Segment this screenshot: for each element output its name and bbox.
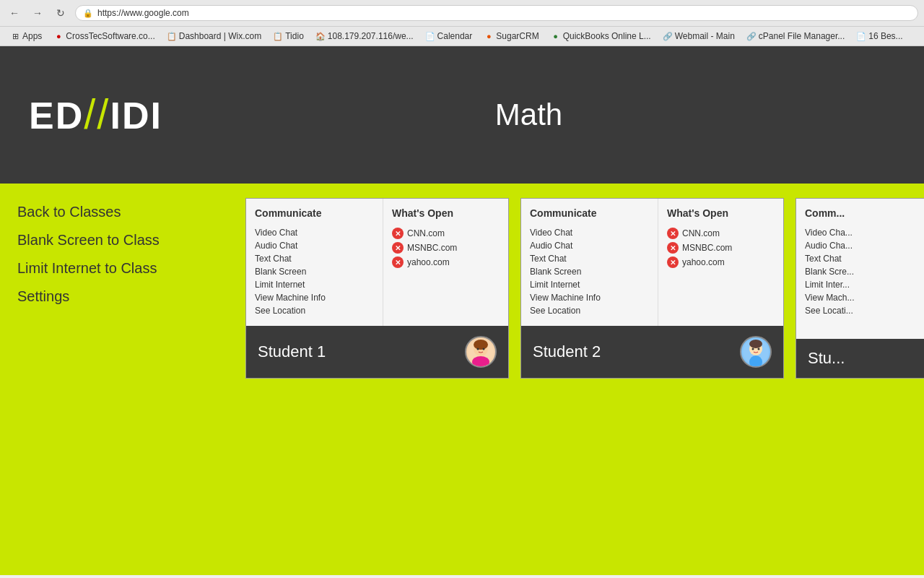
student-3-video-chat[interactable]: Video Cha... (805, 226, 924, 239)
student-1-whats-open: What's Open ✕ CNN.com ✕ MSNBC.com ✕ (383, 199, 508, 326)
svg-point-8 (749, 340, 762, 348)
student-2-audio-chat[interactable]: Audio Chat (530, 239, 649, 252)
student-2-see-location[interactable]: See Location (530, 304, 649, 317)
bookmark-sugarcrm[interactable]: ● SugarCRM (479, 30, 543, 43)
bookmark-wix[interactable]: 📋 Dashboard | Wix.com (162, 30, 266, 43)
logo: ED//IDI (29, 93, 162, 137)
student-1-site-3-name: yahoo.com (407, 257, 450, 267)
student-2-communicate: Communicate Video Chat Audio Chat Text C… (521, 199, 658, 326)
student-3-name: Stu... (808, 349, 845, 368)
bookmark-cpanel[interactable]: 🔗 cPanel File Manager... (742, 30, 849, 43)
bookmark-calendar-label: Calendar (437, 31, 473, 41)
student-3-communicate-title: Comm... (805, 207, 924, 219)
blocked-icon-3: ✕ (392, 256, 404, 268)
student-3-communicate: Comm... Video Cha... Audio Cha... Text C… (796, 199, 924, 339)
student-2-body: Communicate Video Chat Audio Chat Text C… (521, 199, 783, 326)
student-1-communicate: Communicate Video Chat Audio Chat Text C… (246, 199, 383, 326)
students-grid: Communicate Video Chat Audio Chat Text C… (245, 198, 910, 379)
bookmark-ip[interactable]: 🏠 108.179.207.116/we... (311, 30, 418, 43)
quickbooks-icon: ● (551, 31, 561, 41)
student-2-avatar (740, 336, 772, 368)
logo-text: ED//IDI (29, 93, 162, 137)
blocked-icon-s2-1: ✕ (667, 228, 679, 239)
reload-button[interactable]: ↻ (52, 4, 69, 22)
svg-point-3 (474, 340, 488, 350)
bookmark-crosstec[interactable]: ● CrossTecSoftware.co... (49, 30, 159, 43)
student-2-whats-open-title: What's Open (667, 207, 775, 219)
student-card-1: Communicate Video Chat Audio Chat Text C… (245, 198, 509, 379)
student-3-audio-chat[interactable]: Audio Cha... (805, 239, 924, 252)
svg-point-9 (752, 348, 754, 350)
student-2-text-chat[interactable]: Text Chat (530, 252, 649, 265)
student-1-site-1: ✕ CNN.com (392, 226, 500, 241)
sidebar-item-back[interactable]: Back to Classes (14, 198, 217, 226)
student-1-avatar (465, 336, 497, 368)
student-1-site-2-name: MSNBC.com (407, 243, 457, 253)
apps-icon: ⊞ (10, 31, 20, 41)
svg-point-5 (483, 348, 485, 350)
student-1-see-location[interactable]: See Location (255, 304, 374, 317)
bookmark-apps[interactable]: ⊞ Apps (6, 30, 46, 43)
cpanel-icon: 🔗 (746, 31, 757, 41)
student-3-blank-screen[interactable]: Blank Scre... (805, 265, 924, 278)
bookmark-16best-label: 16 Bes... (868, 31, 902, 41)
student-1-whats-open-title: What's Open (392, 207, 500, 219)
crosstec-icon: ● (53, 31, 64, 41)
back-button[interactable]: ← (6, 4, 23, 22)
16best-icon: 📄 (856, 31, 866, 41)
student-3-see-location[interactable]: See Locati... (805, 304, 924, 317)
student-1-blank-screen[interactable]: Blank Screen (255, 265, 374, 278)
student-3-view-machine[interactable]: View Mach... (805, 291, 924, 304)
student-2-blank-screen[interactable]: Blank Screen (530, 265, 649, 278)
bookmark-crosstec-label: CrossTecSoftware.co... (66, 31, 154, 41)
student-1-view-machine[interactable]: View Machine Info (255, 291, 374, 304)
url-text: https://www.google.com (97, 8, 189, 18)
header: ED//IDI Math (0, 46, 924, 184)
svg-point-4 (477, 348, 479, 350)
student-3-text-chat[interactable]: Text Chat (805, 252, 924, 265)
main-content: Communicate Video Chat Audio Chat Text C… (231, 184, 924, 575)
student-1-site-3: ✕ yahoo.com (392, 255, 500, 269)
browser-chrome: ← → ↻ 🔒 https://www.google.com ⊞ Apps ● … (0, 0, 924, 46)
calendar-icon: 📄 (425, 31, 435, 41)
student-1-site-2: ✕ MSNBC.com (392, 241, 500, 255)
sidebar-item-settings[interactable]: Settings (14, 282, 217, 311)
browser-nav: ← → ↻ 🔒 https://www.google.com (0, 0, 924, 27)
sidebar-item-limit[interactable]: Limit Internet to Class (14, 254, 217, 282)
svg-point-6 (749, 355, 762, 366)
student-1-text-chat[interactable]: Text Chat (255, 252, 374, 265)
forward-button[interactable]: → (29, 4, 46, 22)
blocked-icon-s2-3: ✕ (667, 256, 679, 268)
student-2-site-2-name: MSNBC.com (682, 243, 732, 253)
svg-point-1 (472, 356, 489, 366)
bookmark-sugarcrm-label: SugarCRM (496, 31, 539, 41)
student-1-video-chat[interactable]: Video Chat (255, 226, 374, 239)
ip-icon: 🏠 (315, 31, 326, 41)
page: ED//IDI Math Back to Classes Blank Scree… (0, 46, 924, 575)
student-2-site-1: ✕ CNN.com (667, 226, 775, 241)
student-2-view-machine[interactable]: View Machine Info (530, 291, 649, 304)
bookmark-tidio[interactable]: 📋 Tidio (269, 30, 308, 43)
student-1-limit-internet[interactable]: Limit Internet (255, 278, 374, 291)
content: Back to Classes Blank Screen to Class Li… (0, 184, 924, 575)
student-2-limit-internet[interactable]: Limit Internet (530, 278, 649, 291)
bookmark-16best[interactable]: 📄 16 Bes... (852, 30, 907, 43)
student-3-body: Comm... Video Cha... Audio Cha... Text C… (796, 199, 924, 339)
bookmark-webmail[interactable]: 🔗 Webmail - Main (658, 30, 739, 43)
sidebar-item-blank[interactable]: Blank Screen to Class (14, 226, 217, 254)
student-2-whats-open: What's Open ✕ CNN.com ✕ MSNBC.com ✕ (658, 199, 783, 326)
blocked-icon-s2-2: ✕ (667, 242, 679, 254)
student-1-site-1-name: CNN.com (407, 228, 445, 238)
bookmark-calendar[interactable]: 📄 Calendar (421, 30, 477, 43)
address-bar[interactable]: 🔒 https://www.google.com (75, 5, 918, 21)
bookmark-quickbooks[interactable]: ● QuickBooks Online L... (546, 30, 655, 43)
student-2-video-chat[interactable]: Video Chat (530, 226, 649, 239)
student-1-body: Communicate Video Chat Audio Chat Text C… (246, 199, 508, 326)
student-2-site-3: ✕ yahoo.com (667, 255, 775, 269)
student-card-3: Comm... Video Cha... Audio Cha... Text C… (796, 198, 924, 379)
student-1-audio-chat[interactable]: Audio Chat (255, 239, 374, 252)
student-3-limit-internet[interactable]: Limit Inter... (805, 278, 924, 291)
lock-icon: 🔒 (83, 9, 93, 18)
student-2-site-1-name: CNN.com (682, 228, 720, 238)
bookmark-ip-label: 108.179.207.116/we... (328, 31, 414, 41)
